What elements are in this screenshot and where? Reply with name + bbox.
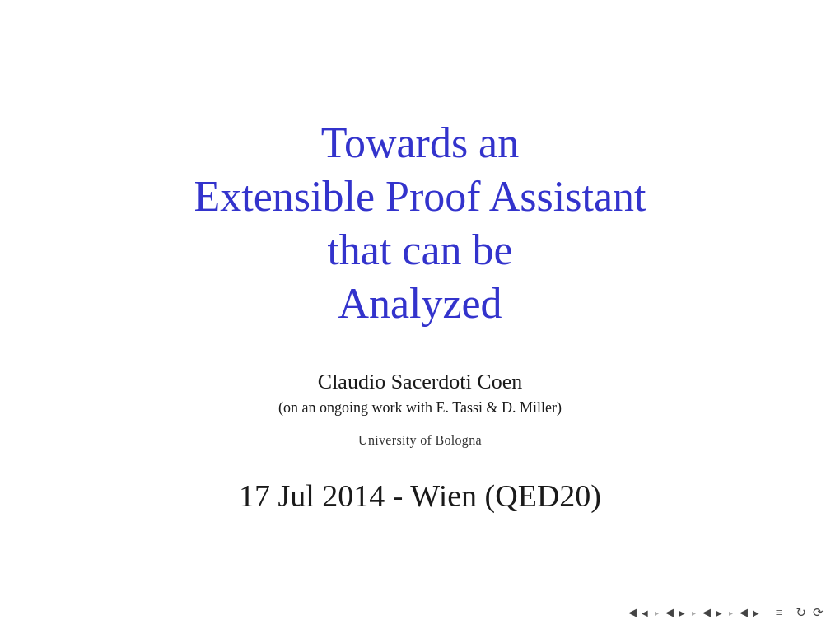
date-block: 17 Jul 2014 - Wien (QED20)	[239, 478, 601, 514]
title-block: Towards an Extensible Proof Assistant th…	[194, 116, 646, 330]
slide-content: Towards an Extensible Proof Assistant th…	[0, 0, 840, 629]
nav-section-next-icon[interactable]: ▶	[714, 608, 724, 618]
nav-group-3: ◀ ▶	[701, 605, 724, 620]
author-note: (on an ongoing work with E. Tassi & D. M…	[278, 399, 562, 417]
nav-prev-icon[interactable]: ◀	[640, 608, 650, 618]
nav-last-prev-icon[interactable]: ◀	[738, 605, 749, 620]
navigation-bar: ◀ ◀ ▸ ◀ ▶ ▸ ◀ ▶ ▸ ◀ ▶ ≡ ↺ ⟳	[627, 604, 825, 621]
institution-block: University of Bologna	[358, 433, 482, 448]
title-line-1: Towards an	[194, 116, 646, 170]
title-line-2: Extensible Proof Assistant	[194, 170, 646, 223]
nav-group-2: ◀ ▶	[664, 605, 687, 620]
title-line-3: that can be	[194, 223, 646, 277]
nav-zoom-in-icon[interactable]: ⟳	[811, 604, 825, 621]
nav-group-1: ◀ ◀	[627, 605, 650, 620]
nav-menu-icon[interactable]: ≡	[774, 605, 784, 621]
author-block: Claudio Sacerdoti Coen (on an ongoing wo…	[278, 370, 562, 417]
institution: University of Bologna	[358, 433, 482, 448]
nav-last-next-icon[interactable]: ▶	[751, 608, 761, 618]
title-line-4: Analyzed	[194, 277, 646, 330]
nav-zoom-out-icon[interactable]: ↺	[794, 604, 808, 621]
nav-sep-1: ▸	[655, 608, 659, 617]
nav-frame-next-icon[interactable]: ▶	[677, 608, 687, 618]
author-name: Claudio Sacerdoti Coen	[278, 370, 562, 394]
nav-frame-prev-icon[interactable]: ◀	[664, 605, 675, 620]
nav-section-prev-icon[interactable]: ◀	[701, 605, 712, 620]
date-text: 17 Jul 2014 - Wien (QED20)	[239, 478, 601, 514]
nav-sep-3: ▸	[729, 608, 733, 617]
nav-group-4: ◀ ▶	[738, 605, 761, 620]
nav-sep-2: ▸	[692, 608, 696, 617]
nav-first-icon[interactable]: ◀	[627, 605, 638, 620]
